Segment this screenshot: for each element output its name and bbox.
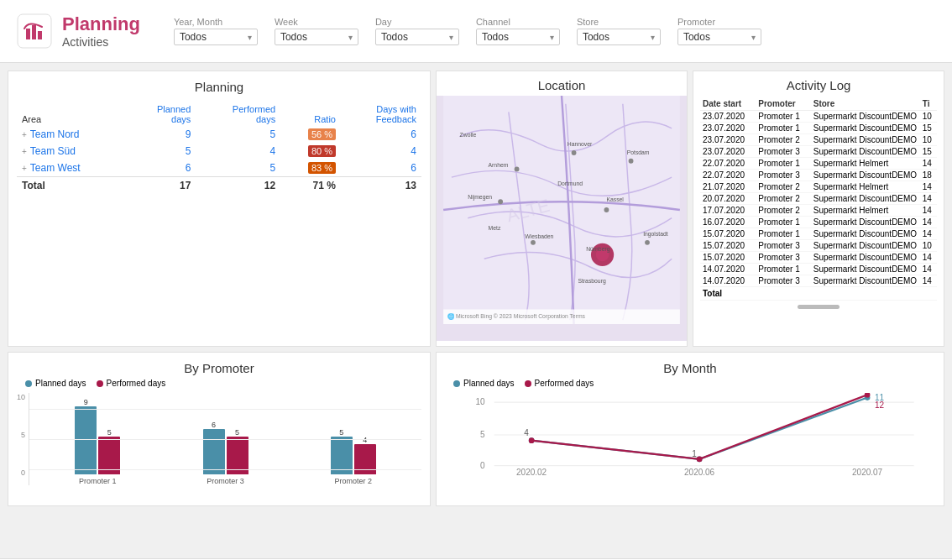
expand-icon[interactable]: +: [22, 130, 27, 139]
expand-icon[interactable]: +: [22, 164, 27, 173]
col-performed: Performeddays: [196, 102, 280, 126]
app-title-activities: Activities: [62, 35, 140, 49]
activity-date: 23.07.2020: [700, 123, 756, 134]
activity-date: 23.07.2020: [700, 111, 756, 123]
legend-performed: Performed days: [97, 379, 166, 388]
total-feedback: 13: [341, 177, 421, 195]
filter-value: Todos: [381, 31, 408, 43]
col-planned: Planneddays: [126, 102, 196, 126]
expand-icon[interactable]: +: [22, 147, 27, 156]
svg-text:4: 4: [524, 428, 529, 437]
activity-row: 15.07.2020 Promoter 3 Supermarkt Discoun…: [700, 252, 937, 264]
feedback-days: 4: [341, 143, 421, 160]
feedback-days: 6: [341, 160, 421, 177]
month-legend-planned: Planned days: [453, 379, 515, 388]
activity-time: 14: [920, 252, 937, 264]
activity-promoter: Promoter 3: [756, 146, 811, 158]
scroll-indicator[interactable]: [798, 305, 840, 309]
total-ratio: 71 %: [280, 177, 341, 195]
activity-store: Supermarkt DiscountDEMO: [811, 217, 920, 228]
app-title: Planning Activities: [62, 13, 140, 49]
svg-text:Potsdam: Potsdam: [627, 149, 650, 155]
svg-point-4: [629, 159, 634, 164]
legend-planned-dot: [25, 380, 32, 387]
activity-date: 14.07.2020: [700, 275, 756, 287]
table-row: +Team Nord 9 5 56 % 6: [17, 126, 421, 143]
bar-label: Promoter 3: [207, 477, 244, 485]
activity-time: 10: [920, 111, 937, 123]
filter-value: Todos: [583, 31, 609, 43]
activity-row: 15.07.2020 Promoter 3 Supermarkt Discoun…: [700, 240, 937, 252]
filter-group: Year, Month Todos ▾: [174, 17, 258, 45]
filter-select[interactable]: Todos ▾: [275, 29, 358, 45]
svg-text:Dortmund: Dortmund: [557, 181, 583, 186]
activity-store: Supermarkt DiscountDEMO: [811, 275, 920, 287]
svg-point-3: [572, 150, 577, 155]
activity-store: Supermarkt DiscountDEMO: [811, 134, 920, 146]
planned-days: 6: [126, 160, 196, 177]
activity-promoter: Promoter 2: [756, 205, 811, 217]
col-store-h: Store: [811, 97, 920, 111]
filter-select[interactable]: Todos ▾: [677, 29, 761, 45]
by-month-legend: Planned days Performed days: [445, 379, 935, 388]
activity-store: Supermarkt DiscountDEMO: [811, 264, 920, 275]
svg-text:Nürnberg: Nürnberg: [586, 246, 610, 253]
planning-title: Planning: [17, 80, 421, 94]
svg-text:1: 1: [692, 449, 697, 458]
activity-date: 21.07.2020: [700, 181, 756, 193]
dropdown-arrow: ▾: [751, 33, 756, 42]
activity-store: Supermarkt DiscountDEMO: [811, 228, 920, 240]
bar-value-performed: 5: [107, 428, 112, 437]
logo-icon: [13, 10, 55, 52]
ratio-badge: 80 %: [308, 145, 336, 157]
line-chart-svg: 10 5 0 2020.02 2020.06 2020.07: [445, 393, 935, 477]
activity-date: 14.07.2020: [700, 264, 756, 275]
svg-text:🌐 Microsoft Bing   © 2023 Mic: 🌐 Microsoft Bing © 2023 Microsoft Corpor…: [447, 312, 586, 320]
svg-text:Metz: Metz: [489, 225, 501, 231]
table-total-row: Total 17 12 71 % 13: [17, 177, 421, 195]
logo-area: Planning Activities: [13, 10, 140, 52]
activity-title: Activity Log: [700, 78, 937, 92]
by-month-title: By Month: [445, 361, 935, 375]
filter-label: Promoter: [677, 17, 761, 27]
filter-value: Todos: [482, 31, 509, 43]
feedback-days: 6: [341, 126, 421, 143]
month-legend-performed-dot: [525, 380, 531, 387]
activity-time: 14: [920, 264, 937, 275]
filter-select[interactable]: Todos ▾: [476, 29, 560, 45]
activity-promoter: Promoter 2: [756, 134, 811, 146]
activity-promoter: Promoter 1: [756, 217, 811, 228]
bar-value-performed: 5: [235, 428, 239, 437]
col-ratio: Ratio: [280, 102, 341, 126]
filter-group: Channel Todos ▾: [476, 17, 560, 45]
activity-time: 14: [920, 158, 937, 170]
activity-store: Supermarkt DiscountDEMO: [811, 240, 920, 252]
activity-date: 17.07.2020: [700, 205, 756, 217]
col-area: Area: [17, 102, 126, 126]
by-month-section: By Month Planned days Performed days 10 …: [436, 352, 944, 506]
svg-point-39: [697, 457, 703, 463]
activity-row: 23.07.2020 Promoter 1 Supermarkt Discoun…: [700, 111, 937, 123]
svg-text:12: 12: [875, 400, 885, 410]
activity-date: 15.07.2020: [700, 252, 756, 264]
dropdown-arrow: ▾: [651, 33, 655, 42]
bar-planned: [203, 429, 225, 474]
activity-row: 20.07.2020 Promoter 2 Supermarkt Discoun…: [700, 193, 937, 205]
filter-select[interactable]: Todos ▾: [174, 29, 258, 45]
svg-text:10: 10: [475, 397, 485, 406]
total-performed: 12: [196, 177, 280, 195]
by-promoter-section: By Promoter Planned days Performed days …: [8, 352, 431, 506]
activity-store: Supermarkt Helmert: [811, 205, 920, 217]
activity-time: 14: [920, 181, 937, 193]
col-date: Date start: [700, 97, 756, 111]
activity-promoter: Promoter 1: [756, 123, 811, 134]
filter-select[interactable]: Todos ▾: [375, 29, 459, 45]
dropdown-arrow: ▾: [248, 33, 252, 42]
activity-store: Supermarkt DiscountDEMO: [811, 123, 920, 134]
planning-section: Planning Area Planneddays Performeddays …: [8, 71, 431, 347]
activity-promoter: Promoter 1: [756, 158, 811, 170]
bar-label: Promoter 1: [79, 477, 117, 485]
filter-value: Todos: [280, 31, 307, 43]
performed-days: 4: [196, 143, 280, 160]
filter-select[interactable]: Todos ▾: [577, 29, 661, 45]
